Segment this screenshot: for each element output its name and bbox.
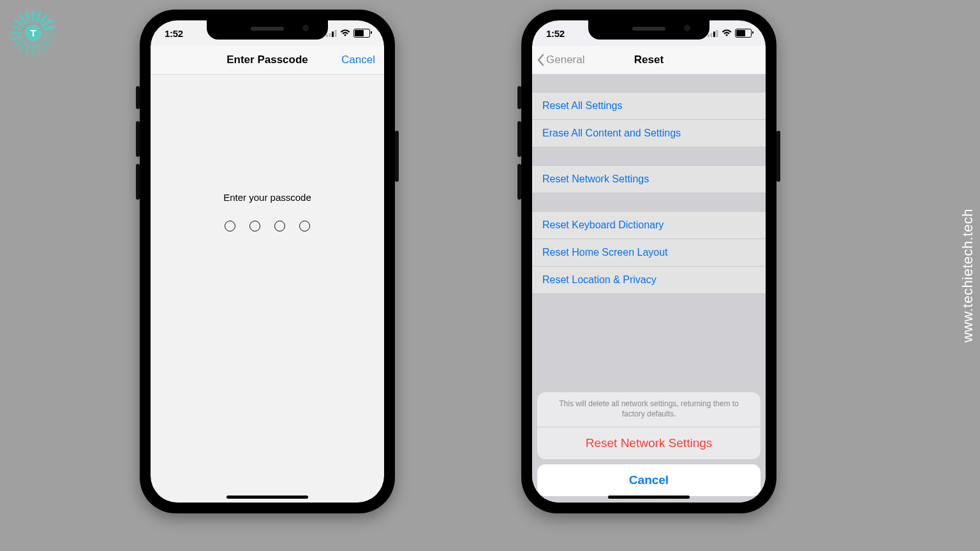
svg-line-3 <box>41 43 46 50</box>
svg-line-19 <box>45 26 54 29</box>
nav-bar: Enter Passcode Cancel <box>151 46 384 75</box>
action-sheet: This will delete all network settings, r… <box>537 392 761 496</box>
svg-line-17 <box>41 15 46 22</box>
passcode-dot <box>299 221 310 231</box>
phone-left: 1:52 Enter Passcode Cancel Enter your pa… <box>140 10 395 513</box>
nav-bar: General Reset <box>532 46 766 75</box>
nav-title: Enter Passcode <box>226 54 308 66</box>
watermark-text: www.techietech.tech <box>960 209 976 342</box>
svg-line-16 <box>37 13 40 21</box>
svg-line-13 <box>20 15 26 22</box>
svg-rect-23 <box>329 33 331 37</box>
svg-rect-24 <box>332 31 334 37</box>
action-sheet-message: This will delete all network settings, r… <box>537 392 761 427</box>
svg-line-6 <box>26 45 29 54</box>
back-label: General <box>546 54 584 66</box>
svg-line-1 <box>45 37 54 40</box>
cellular-icon <box>326 30 337 37</box>
svg-line-11 <box>13 26 21 29</box>
svg-rect-25 <box>335 30 337 37</box>
reset-network-settings-row[interactable]: Reset Network Settings <box>532 166 766 193</box>
cellular-icon <box>708 30 718 37</box>
wifi-icon <box>722 29 732 37</box>
wifi-icon <box>340 29 350 37</box>
nav-title: Reset <box>634 54 664 66</box>
svg-line-7 <box>20 43 26 50</box>
reset-home-screen-layout-row[interactable]: Reset Home Screen Layout <box>532 239 766 267</box>
passcode-dot <box>225 221 235 231</box>
battery-icon <box>735 29 752 38</box>
action-sheet-destructive-button[interactable]: Reset Network Settings <box>537 427 761 459</box>
site-logo: T <box>8 8 59 59</box>
passcode-dots <box>225 221 310 231</box>
home-indicator <box>608 496 690 499</box>
back-button[interactable]: General <box>537 46 584 74</box>
chevron-left-icon <box>537 54 545 66</box>
passcode-prompt: Enter your passcode <box>223 192 311 203</box>
svg-rect-28 <box>713 31 715 37</box>
svg-line-18 <box>43 20 50 26</box>
passcode-dot <box>249 221 260 231</box>
battery-icon <box>353 29 370 38</box>
status-time: 1:52 <box>546 28 565 39</box>
erase-all-content-row[interactable]: Erase All Content and Settings <box>532 120 766 147</box>
reset-location-privacy-row[interactable]: Reset Location & Privacy <box>532 267 766 293</box>
status-time: 1:52 <box>165 28 183 39</box>
svg-line-2 <box>43 41 50 46</box>
reset-all-settings-row[interactable]: Reset All Settings <box>532 92 766 120</box>
svg-line-12 <box>15 20 22 26</box>
phone-right: 1:52 General Reset Reset All Settings <box>521 10 776 513</box>
svg-text:T: T <box>30 27 36 38</box>
svg-rect-26 <box>708 34 709 37</box>
svg-rect-22 <box>326 34 328 37</box>
home-indicator <box>226 496 308 499</box>
passcode-dot <box>274 221 285 231</box>
svg-rect-29 <box>716 30 718 37</box>
reset-keyboard-dictionary-row[interactable]: Reset Keyboard Dictionary <box>532 212 766 239</box>
svg-line-8 <box>15 41 22 46</box>
svg-line-9 <box>13 37 21 40</box>
svg-line-14 <box>26 13 29 21</box>
svg-line-4 <box>37 45 40 54</box>
action-sheet-cancel-button[interactable]: Cancel <box>537 464 761 496</box>
svg-rect-27 <box>711 33 713 37</box>
cancel-button[interactable]: Cancel <box>341 46 375 74</box>
